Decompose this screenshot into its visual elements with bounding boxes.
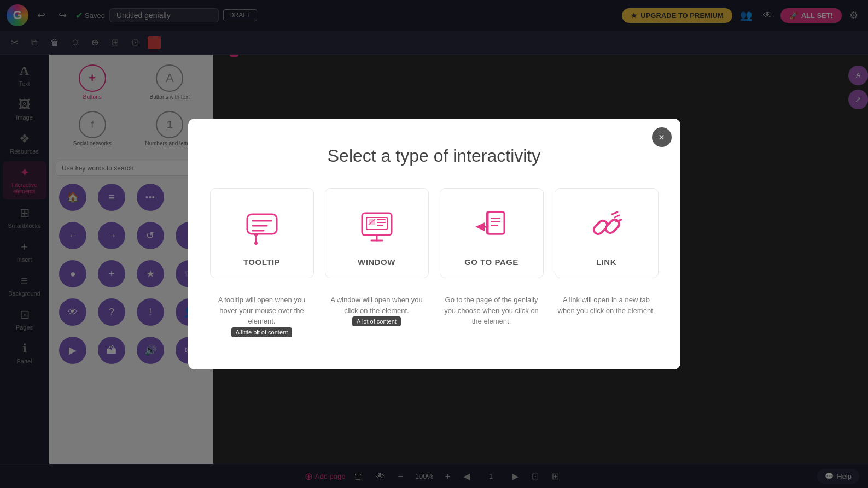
- interactivity-card-gotopage[interactable]: GO TO PAGE: [440, 188, 544, 278]
- link-card-label: LINK: [596, 257, 616, 267]
- gotopage-card-label: GO TO PAGE: [464, 257, 519, 267]
- svg-point-6: [254, 242, 258, 245]
- interactivity-card-link[interactable]: LINK: [555, 188, 659, 278]
- interactivity-card-window[interactable]: WINDOW: [325, 188, 429, 278]
- svg-marker-21: [475, 222, 485, 231]
- tooltip-description: A tooltip will open when you hover your …: [210, 295, 314, 327]
- window-badge: A lot of content: [352, 316, 401, 326]
- modal-dialog: × Select a type of interactivity: [188, 119, 680, 369]
- modal-title: Select a type of interactivity: [210, 146, 659, 166]
- modal-overlay: × Select a type of interactivity: [0, 0, 868, 488]
- window-card-icon: [355, 205, 399, 249]
- modal-close-button[interactable]: ×: [652, 127, 672, 147]
- window-description-area: A window will open when you click on the…: [325, 295, 429, 337]
- link-description: A link will open in a new tab when you c…: [555, 295, 659, 316]
- window-description: A window will open when you click on the…: [325, 295, 429, 316]
- interactivity-card-tooltip[interactable]: TOOLTIP: [210, 188, 314, 278]
- tooltip-badge: A little bit of content: [231, 327, 292, 337]
- window-card-label: WINDOW: [358, 257, 395, 267]
- tooltip-card-label: TOOLTIP: [243, 257, 280, 267]
- link-description-area: A link will open in a new tab when you c…: [555, 295, 659, 337]
- gotopage-description: Go to the page of the genially you choos…: [440, 295, 544, 327]
- interactivity-options-grid: TOOLTIP: [210, 188, 659, 278]
- svg-line-25: [612, 212, 617, 214]
- link-card-icon: [585, 205, 628, 249]
- svg-rect-17: [488, 212, 504, 234]
- gotopage-description-area: Go to the page of the genially you choos…: [440, 295, 544, 337]
- tooltip-card-icon: [240, 205, 284, 249]
- tooltip-description-area: A tooltip will open when you hover your …: [210, 295, 314, 337]
- svg-line-26: [615, 215, 619, 217]
- gotopage-card-icon: [470, 205, 514, 249]
